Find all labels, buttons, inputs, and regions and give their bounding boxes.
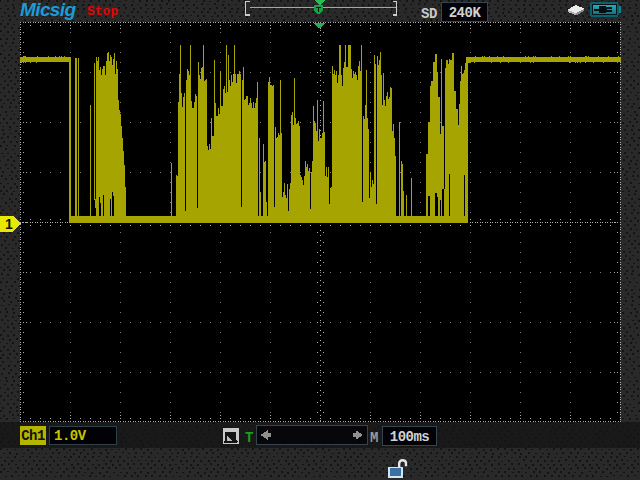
svg-text:1: 1 (5, 216, 13, 232)
